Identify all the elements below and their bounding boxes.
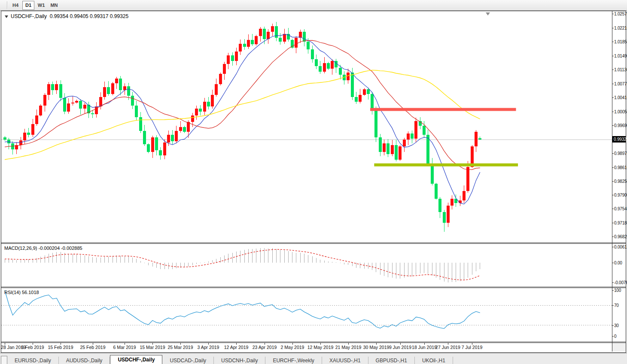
macd-axis-label: 0.00: [614, 261, 627, 265]
chart-shift-marker-icon[interactable]: [486, 12, 490, 15]
axis-tick: [612, 195, 614, 195]
date-label: 18 Jun 2019: [412, 345, 437, 350]
axis-tick: [612, 97, 614, 98]
macd-panel[interactable]: MACD(12,26,9) -0.000204 -0.002885: [1, 244, 626, 287]
axis-tick: [612, 263, 614, 263]
axis-tick: [612, 84, 614, 84]
tab-usdcad-daily[interactable]: USDCAD-,Daily: [162, 357, 214, 364]
axis-tick: [612, 282, 614, 283]
timeframe-toolbar: H4D1W1MN: [0, 0, 627, 11]
rsi-chart[interactable]: [1, 288, 612, 342]
price-axis-label: 0.98610: [614, 165, 627, 170]
tab-xauusd-h1[interactable]: XAUUSD-,H1: [322, 357, 368, 364]
date-label: 21 May 2019: [335, 345, 362, 350]
tab-ukoil-h1[interactable]: UKOil-,H1: [415, 357, 453, 364]
macd-axis-label: -0.00761: [614, 280, 627, 285]
tab-usdcnh-daily[interactable]: USDCNH-,Daily: [214, 357, 265, 364]
price-axis-label: 1.01490: [614, 54, 627, 58]
tf-button-w1[interactable]: W1: [35, 1, 47, 10]
date-label: 27 Jun 2019: [435, 345, 460, 350]
chart-title-overlay: USDCHF-,Daily 0.99354 0.99405 0.99317 0.…: [5, 13, 128, 19]
price-axis-label: 0.97900: [614, 193, 627, 197]
rsi-axis-label: 0: [614, 334, 627, 339]
tf-button-mn[interactable]: MN: [48, 1, 60, 10]
chart-tab-bar: EURUSD-,DailyAUDUSD-,DailyUSDCHF-,DailyU…: [0, 353, 627, 364]
tf-button-h4[interactable]: H4: [9, 1, 21, 10]
trading-terminal: H4D1W1MN USDCHF-,Daily 0.99354 0.99405 0…: [0, 0, 627, 364]
tab-stub[interactable]: [1, 356, 7, 364]
axis-corner: [612, 343, 626, 352]
axis-tick: [612, 167, 614, 168]
axis-tick: [612, 209, 614, 209]
macd-chart[interactable]: [1, 244, 612, 287]
price-axis-label: 1.00410: [614, 95, 627, 100]
rsi-panel[interactable]: RSI(14) 56.1018: [1, 288, 626, 342]
current-price-tag: 0.99325: [612, 136, 626, 143]
tab-eurchf-weekly[interactable]: EURCHF-,Weekly: [265, 357, 322, 364]
date-label: 3 Apr 2019: [198, 345, 219, 350]
date-label: 30 May 2019: [363, 345, 390, 350]
axis-tick: [612, 28, 614, 28]
date-axis[interactable]: 28 Jan 20196 Feb 201915 Feb 201925 Feb 2…: [1, 343, 612, 352]
date-label: 25 Mar 2019: [168, 345, 193, 350]
main-chart-panel[interactable]: USDCHF-,Daily 0.99354 0.99405 0.99317 0.…: [1, 11, 626, 243]
macd-label: MACD(12,26,9) -0.000204 -0.002885: [4, 246, 82, 251]
chevron-down-icon[interactable]: [5, 15, 8, 18]
timeframe-buttons: H4D1W1MN: [9, 1, 61, 10]
price-axis-label: 0.98970: [614, 151, 627, 156]
tab-usdchf-daily[interactable]: USDCHF-,Daily: [110, 355, 162, 364]
price-axis-label: 1.01850: [614, 39, 627, 44]
toolbar-separator: [7, 1, 8, 9]
date-label: 25 Feb 2019: [80, 345, 106, 350]
axis-tick: [612, 237, 614, 237]
date-label: 9 Jun 2019: [389, 345, 411, 350]
price-axis-divider: [612, 11, 612, 343]
date-label: 15 Feb 2019: [48, 345, 73, 350]
chart-ohlc-values: 0.99354 0.99405 0.99317 0.99325: [50, 13, 129, 19]
axis-tick: [612, 336, 614, 337]
price-axis-label: 1.01130: [614, 67, 627, 72]
axis-tick: [612, 181, 614, 182]
axis-tick: [612, 305, 614, 306]
price-axis-label: 0.99690: [614, 123, 627, 128]
rsi-label: RSI(14) 56.1018: [4, 290, 39, 295]
date-label: 15 Mar 2019: [140, 345, 165, 350]
rsi-axis-label: 30: [614, 323, 627, 328]
axis-tick: [612, 42, 614, 42]
axis-tick: [612, 290, 614, 291]
price-axis-label: 0.98250: [614, 179, 627, 184]
axis-tick: [612, 14, 614, 14]
tf-button-d1[interactable]: D1: [22, 1, 34, 10]
chart-symbol-title: USDCHF-,Daily: [11, 13, 47, 19]
date-label: 6 Mar 2019: [113, 345, 136, 350]
axis-tick: [612, 325, 614, 326]
tab-gbpusd-h1[interactable]: GBPUSD-,H1: [368, 357, 415, 364]
axis-tick: [612, 247, 614, 247]
price-axis-label: 0.97540: [614, 206, 627, 211]
date-label: 12 Apr 2019: [224, 345, 249, 350]
axis-tick: [612, 153, 614, 154]
axis-tick: [612, 125, 614, 126]
date-label: 7 Jul 2019: [462, 345, 482, 350]
price-axis-label: 1.02210: [614, 26, 627, 30]
date-label: 6 Feb 2019: [21, 345, 44, 350]
rsi-axis-label: 70: [614, 303, 627, 308]
tab-eurusd-daily[interactable]: EURUSD-,Daily: [7, 357, 59, 364]
price-axis-label: 1.00050: [614, 109, 627, 114]
price-axis-label: 1.02570: [614, 12, 627, 16]
date-label: 2 May 2019: [281, 345, 304, 350]
price-axis-label: 0.97180: [614, 221, 627, 225]
axis-tick: [612, 70, 614, 70]
price-axis-label: 0.96820: [614, 234, 627, 239]
axis-tick: [612, 223, 614, 223]
axis-tick: [612, 56, 614, 56]
date-label: 12 May 2019: [307, 345, 334, 350]
axis-tick: [612, 112, 614, 112]
tab-audusd-daily[interactable]: AUDUSD-,Daily: [59, 357, 110, 364]
rsi-axis-label: 100: [614, 288, 627, 293]
candlestick-chart[interactable]: [1, 11, 612, 243]
macd-axis-label: 0.00613: [614, 245, 627, 249]
price-axis-label: 1.00770: [614, 82, 627, 86]
date-label: 23 Apr 2019: [253, 345, 277, 350]
chart-window: USDCHF-,Daily 0.99354 0.99405 0.99317 0.…: [1, 11, 626, 353]
